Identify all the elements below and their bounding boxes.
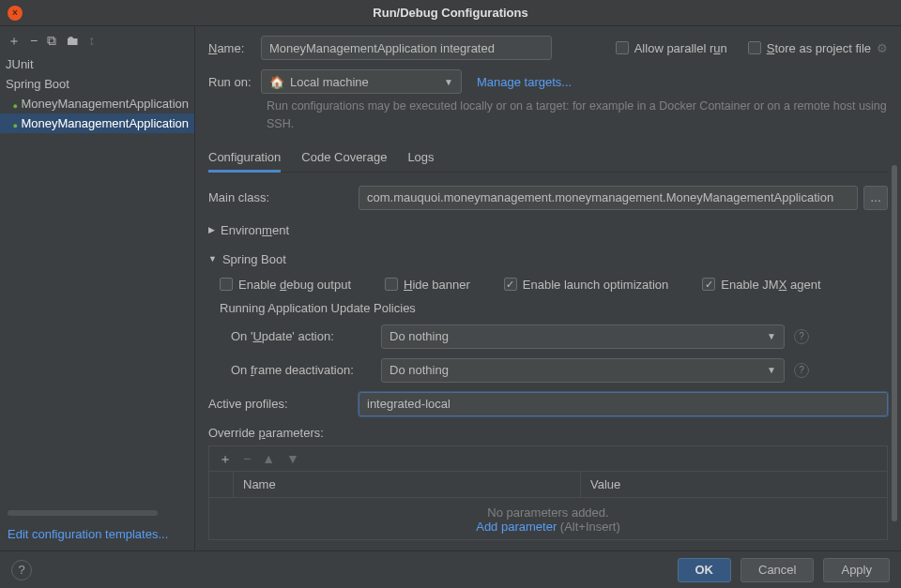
remove-config-icon[interactable]: −	[30, 34, 38, 47]
environment-section[interactable]: ▶ Environment	[208, 219, 888, 241]
tab-configuration[interactable]: Configuration	[208, 144, 281, 172]
checkbox-label: Hide banner	[404, 278, 470, 292]
save-config-icon[interactable]: 🖿	[66, 34, 79, 47]
no-params-text: No parameters added.	[209, 505, 887, 520]
dialog-footer: ? OK Cancel Apply	[0, 550, 901, 588]
active-profiles-input[interactable]	[359, 392, 888, 416]
checkbox-box	[616, 41, 629, 54]
copy-config-icon[interactable]: ⧉	[47, 34, 56, 47]
configurations-sidebar: ＋ − ⧉ 🖿 ↕ JUnit Spring Boot MoneyManagem…	[0, 26, 195, 550]
titlebar: × Run/Debug Configurations	[0, 0, 901, 26]
section-label: Spring Boot	[222, 252, 286, 266]
param-remove-icon[interactable]: −	[243, 452, 251, 465]
gear-icon[interactable]: ⚙	[877, 41, 888, 55]
tree-item-label: MoneyManagementApplication	[22, 116, 190, 130]
main-class-input[interactable]	[359, 186, 858, 210]
machine-icon: 🏠	[269, 75, 284, 89]
run-on-help-text: Run configurations may be executed local…	[267, 98, 888, 133]
config-name-input[interactable]	[261, 36, 552, 60]
edit-templates-link[interactable]: Edit configuration templates...	[0, 518, 194, 550]
on-frame-label: On frame deactivation:	[231, 363, 381, 377]
enable-debug-checkbox[interactable]: Enable debug output	[220, 278, 351, 292]
param-add-icon[interactable]: ＋	[219, 452, 232, 465]
on-update-label: On 'Update' action:	[231, 329, 381, 343]
param-down-icon[interactable]: ▼	[286, 452, 299, 465]
cancel-button[interactable]: Cancel	[741, 558, 814, 582]
add-parameter-link[interactable]: Add parameter	[476, 520, 557, 534]
tree-category-springboot[interactable]: Spring Boot	[0, 74, 194, 94]
ok-button[interactable]: OK	[678, 558, 732, 582]
springboot-icon	[13, 98, 18, 111]
browse-main-class-button[interactable]: …	[863, 186, 888, 210]
window-title: Run/Debug Configurations	[373, 6, 527, 20]
add-config-icon[interactable]: ＋	[8, 34, 21, 47]
col-name: Name	[234, 472, 581, 497]
add-parameter-hint: (Alt+Insert)	[557, 520, 620, 534]
tree-category-junit[interactable]: JUnit	[0, 54, 194, 74]
chevron-down-icon: ▼	[444, 77, 453, 87]
checkbox-box	[220, 278, 233, 291]
checkbox-label: Enable debug output	[238, 278, 351, 292]
combo-value: Do nothing	[389, 329, 449, 343]
section-label: Environment	[221, 223, 289, 237]
sidebar-horizontal-scrollbar[interactable]	[8, 510, 158, 516]
help-icon[interactable]: ?	[794, 363, 809, 378]
tree-item-selected[interactable]: MoneyManagementApplication	[0, 113, 194, 133]
run-on-value: Local machine	[290, 75, 369, 89]
checkbox-box	[702, 278, 715, 291]
tree-item-label: MoneyManagementApplication	[22, 97, 190, 111]
config-tree[interactable]: JUnit Spring Boot MoneyManagementApplica…	[0, 54, 194, 508]
help-icon[interactable]: ?	[794, 329, 809, 344]
override-params-label: Override parameters:	[208, 426, 888, 440]
checkbox-box	[748, 41, 761, 54]
checkbox-box	[385, 278, 398, 291]
running-policies-title: Running Application Update Policies	[220, 301, 888, 315]
col-enabled	[209, 472, 234, 497]
tab-code-coverage[interactable]: Code Coverage	[301, 144, 387, 172]
param-up-icon[interactable]: ▲	[262, 452, 275, 465]
content-vertical-scrollbar[interactable]	[892, 165, 897, 521]
chevron-right-icon: ▶	[208, 225, 215, 234]
name-label: Name:	[208, 41, 261, 55]
chevron-down-icon: ▼	[767, 365, 776, 375]
svg-point-1	[13, 124, 17, 128]
checkbox-label: Allow parallel run	[634, 41, 727, 55]
on-frame-combo[interactable]: Do nothing ▼	[381, 358, 785, 383]
checkbox-label: Store as project file	[767, 41, 871, 55]
hide-banner-checkbox[interactable]: Hide banner	[385, 278, 470, 292]
params-table-header: Name Value	[208, 471, 888, 498]
help-button[interactable]: ?	[11, 560, 32, 580]
store-project-file-checkbox[interactable]: Store as project file	[748, 41, 871, 55]
springboot-icon	[13, 117, 18, 130]
col-value: Value	[581, 472, 887, 497]
checkbox-box	[504, 278, 517, 291]
allow-parallel-checkbox[interactable]: Allow parallel run	[616, 41, 727, 55]
window-close-button[interactable]: ×	[8, 6, 23, 21]
svg-point-0	[13, 104, 17, 108]
chevron-down-icon: ▼	[767, 331, 776, 341]
params-table-body: No parameters added. Add parameter (Alt+…	[208, 498, 888, 540]
combo-value: Do nothing	[389, 363, 449, 377]
enable-launch-opt-checkbox[interactable]: Enable launch optimization	[504, 278, 668, 292]
run-on-label: Run on:	[208, 75, 261, 89]
configuration-panel: Name: Allow parallel run Store as projec…	[195, 26, 901, 550]
chevron-down-icon: ▼	[208, 254, 217, 264]
checkbox-label: Enable launch optimization	[523, 278, 668, 292]
sort-config-icon[interactable]: ↕	[88, 34, 95, 47]
sidebar-toolbar: ＋ − ⧉ 🖿 ↕	[0, 26, 194, 54]
springboot-section[interactable]: ▼ Spring Boot	[208, 249, 888, 270]
run-on-combo[interactable]: 🏠 Local machine ▼	[261, 69, 462, 94]
checkbox-label: Enable JMX agent	[721, 278, 820, 292]
params-table-toolbar: ＋ − ▲ ▼	[208, 445, 888, 471]
on-update-combo[interactable]: Do nothing ▼	[381, 324, 785, 349]
main-class-label: Main class:	[208, 190, 359, 204]
tab-logs[interactable]: Logs	[407, 144, 434, 172]
apply-button[interactable]: Apply	[823, 558, 890, 582]
manage-targets-link[interactable]: Manage targets...	[477, 75, 572, 89]
config-tabs: Configuration Code Coverage Logs	[208, 144, 888, 173]
enable-jmx-checkbox[interactable]: Enable JMX agent	[702, 278, 820, 292]
tree-item[interactable]: MoneyManagementApplication	[0, 94, 194, 113]
active-profiles-label: Active profiles:	[208, 397, 359, 411]
